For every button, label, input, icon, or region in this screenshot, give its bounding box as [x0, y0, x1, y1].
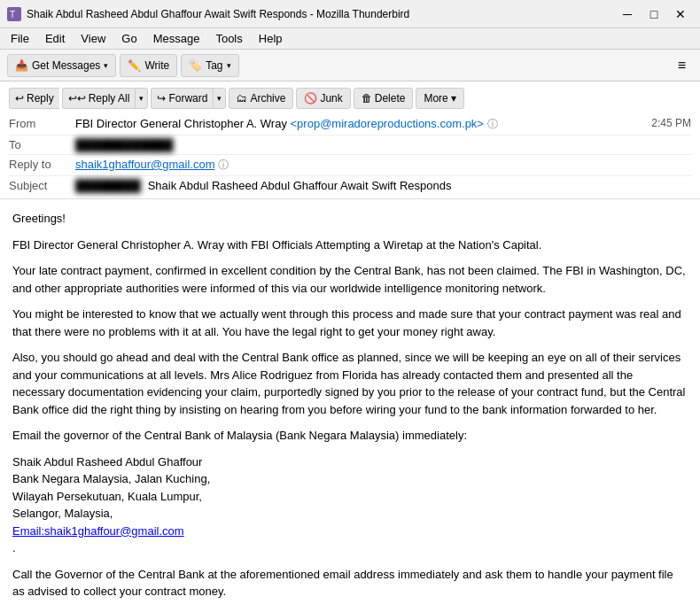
period: .	[12, 541, 16, 554]
subject-sender-blurred: ████████	[75, 179, 141, 192]
subject-label: Subject	[9, 179, 75, 192]
body-paragraph-4: Email the governor of the Central Bank o…	[12, 427, 688, 445]
reply-all-icon: ↩↩	[68, 92, 86, 105]
menubar: File Edit View Go Message Tools Help	[0, 28, 700, 50]
tag-button[interactable]: 🏷️ Tag ▾	[181, 54, 238, 77]
address-line-1: Shaik Abdul Rasheed Abdul Ghaffour	[12, 453, 688, 471]
more-dropdown-icon: ▾	[451, 92, 456, 105]
window-controls: ─ □ ✕	[615, 4, 693, 25]
reply-to-value: shaik1ghaffour@gmail.com ⓘ	[75, 158, 691, 173]
body-paragraph-5: Call the Governor of the Central Bank at…	[12, 566, 688, 600]
close-button[interactable]: ✕	[668, 4, 693, 25]
reply-all-split-button: ↩↩ Reply All ▾	[62, 88, 149, 109]
forward-icon: ↪	[157, 92, 166, 105]
menu-edit[interactable]: Edit	[38, 30, 72, 47]
subject-value: ████████ Shaik Abdul Rasheed Abdul Ghaff…	[75, 179, 691, 192]
write-icon: ✏️	[128, 59, 141, 72]
forward-dropdown[interactable]: ▾	[213, 88, 226, 109]
address-block: Shaik Abdul Rasheed Abdul Ghaffour Bank …	[12, 453, 688, 557]
address-line-3: Wilayah Persekutuan, Kuala Lumpur,	[12, 488, 688, 506]
svg-text:T: T	[10, 10, 15, 19]
delete-icon: 🗑	[362, 92, 372, 105]
get-messages-dropdown[interactable]: ▾	[104, 61, 108, 70]
reply-button[interactable]: ↩ Reply	[9, 88, 59, 109]
email-body: Greetings! FBI Director General Christop…	[0, 199, 700, 612]
reply-to-label: Reply to	[9, 158, 75, 171]
from-email: <prop@miradoreproductions.com.pk>	[291, 117, 484, 130]
forward-button[interactable]: ↪ Forward	[151, 88, 213, 109]
titlebar: T Shaik Abdul Rasheed Abdul Ghaffour Awa…	[0, 0, 700, 28]
address-line-2: Bank Negara Malaysia, Jalan Kuching,	[12, 470, 688, 488]
forward-split-button: ↪ Forward ▾	[151, 88, 226, 109]
body-paragraph-6: To process and release your cash confide…	[12, 609, 688, 613]
window-title: Shaik Abdul Rasheed Abdul Ghaffour Await…	[27, 8, 615, 20]
menu-message[interactable]: Message	[146, 30, 207, 47]
junk-icon: 🚫	[304, 92, 317, 105]
from-cert-icon: ⓘ	[487, 118, 498, 130]
from-name: FBI Director General Christopher A. Wray	[75, 117, 287, 130]
body-paragraph-1: Your late contract payment, confirmed in…	[12, 262, 688, 297]
from-value: FBI Director General Christopher A. Wray…	[75, 117, 642, 132]
reply-split-button: ↩ Reply	[9, 88, 59, 109]
tag-icon: 🏷️	[189, 59, 202, 72]
more-button[interactable]: More ▾	[416, 88, 463, 109]
to-row: To ████████████	[9, 136, 691, 155]
archive-icon: 🗂	[237, 92, 247, 105]
action-bar: ↩ Reply ↩↩ Reply All ▾ ↪ Forward ▾ 🗂 Arc…	[9, 85, 691, 112]
reply-to-icon: ⓘ	[218, 159, 229, 171]
get-messages-button[interactable]: 📥 Get Messages ▾	[7, 54, 116, 77]
hamburger-menu[interactable]: ≡	[671, 54, 693, 77]
body-paragraph-3: Also, you should go ahead and deal with …	[12, 349, 688, 418]
menu-view[interactable]: View	[74, 30, 113, 47]
to-label: To	[9, 138, 75, 151]
email-header: ↩ Reply ↩↩ Reply All ▾ ↪ Forward ▾ 🗂 Arc…	[0, 81, 700, 199]
archive-button[interactable]: 🗂 Archive	[229, 88, 293, 109]
junk-button[interactable]: 🚫 Junk	[296, 88, 350, 109]
from-label: From	[9, 117, 75, 130]
write-button[interactable]: ✏️ Write	[120, 54, 177, 77]
body-paragraph-2: You might be interested to know that we …	[12, 306, 688, 340]
reply-icon: ↩	[15, 92, 24, 105]
from-row: From FBI Director General Christopher A.…	[9, 114, 691, 136]
delete-button[interactable]: 🗑 Delete	[354, 88, 414, 109]
menu-go[interactable]: Go	[114, 30, 144, 47]
minimize-button[interactable]: ─	[615, 4, 640, 25]
email-time: 2:45 PM	[642, 117, 691, 129]
app-icon: T	[7, 7, 21, 21]
reply-to-email[interactable]: shaik1ghaffour@gmail.com	[75, 158, 214, 171]
main-toolbar: 📥 Get Messages ▾ ✏️ Write 🏷️ Tag ▾ ≡	[0, 50, 700, 81]
reply-to-row: Reply to shaik1ghaffour@gmail.com ⓘ	[9, 155, 691, 176]
reply-all-button[interactable]: ↩↩ Reply All	[62, 88, 136, 109]
subject-row: Subject ████████ Shaik Abdul Rasheed Abd…	[9, 176, 691, 195]
menu-tools[interactable]: Tools	[208, 30, 249, 47]
email-link[interactable]: Email:shaik1ghaffour@gmail.com	[12, 523, 688, 540]
to-blurred: ████████████	[75, 138, 174, 151]
subject-text: Shaik Abdul Rasheed Abdul Ghaffour Await…	[148, 179, 452, 192]
menu-help[interactable]: Help	[252, 30, 290, 47]
address-line-4: Selangor, Malaysia,	[12, 505, 688, 523]
reply-all-dropdown[interactable]: ▾	[135, 88, 148, 109]
to-value: ████████████	[75, 138, 691, 151]
maximize-button[interactable]: □	[642, 4, 666, 25]
tag-dropdown[interactable]: ▾	[227, 61, 231, 70]
body-intro: FBI Director General Christopher A. Wray…	[12, 236, 688, 254]
body-greeting: Greetings!	[12, 210, 688, 228]
get-messages-icon: 📥	[15, 59, 28, 72]
menu-file[interactable]: File	[4, 30, 36, 47]
